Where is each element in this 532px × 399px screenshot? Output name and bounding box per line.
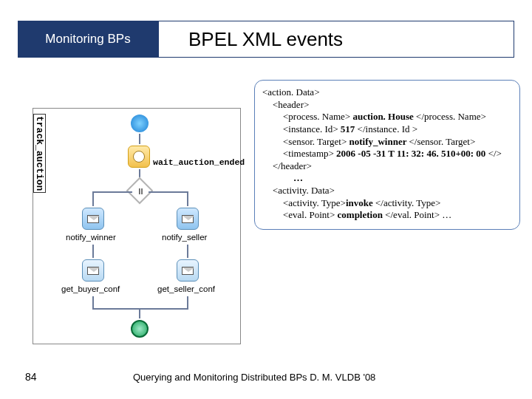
get-seller-conf-label: get_seller_conf (157, 284, 215, 293)
xml-line: <timestamp> 2006 -05 -31 T 11: 32: 46. 5… (262, 148, 512, 160)
xml-line: <process. Name> auction. House </process… (262, 111, 512, 123)
footer-text: Querying and Monitoring Distributed BPs … (133, 372, 375, 383)
notify-winner-label: notify_winner (66, 233, 116, 242)
receive-activity-icon (82, 259, 104, 282)
flow-arrow (92, 245, 94, 258)
envelope-icon (182, 215, 194, 223)
track-auction-label: track_auction (33, 114, 46, 193)
xml-line: <activity. Data> (262, 185, 512, 197)
header-right: BPEL XML events (158, 21, 514, 58)
xml-line: … (262, 172, 512, 185)
xml-line: </header> (262, 160, 512, 173)
envelope-icon (87, 267, 99, 275)
xml-line: <header> (262, 99, 512, 112)
invoke-activity-icon (82, 208, 104, 230)
flow-arrow (187, 296, 188, 308)
invoke-activity-icon (177, 208, 199, 230)
flow-arrow (139, 308, 140, 318)
clock-icon (133, 151, 145, 163)
end-node-icon (131, 320, 149, 338)
get-buyer-conf-label: get_buyer_conf (61, 284, 120, 293)
flow-arrow (92, 191, 132, 193)
wait-label: wait_auction_ended (153, 157, 245, 167)
xml-line: <instance. Id> 517 </instance. Id > (262, 123, 512, 136)
xml-line: <activity. Type>invoke </activity. Type> (262, 197, 512, 210)
wait-activity-icon (128, 146, 150, 168)
parallel-split-icon: II (126, 177, 154, 205)
flow-arrow (139, 134, 140, 144)
flow-arrow (92, 308, 188, 310)
start-node-icon (131, 115, 149, 132)
receive-activity-icon (177, 259, 199, 282)
parallel-symbol: II (131, 183, 150, 200)
page-number: 84 (25, 371, 37, 383)
flow-arrow (187, 245, 188, 258)
envelope-icon (87, 215, 99, 223)
envelope-icon (182, 267, 194, 275)
xml-line: <sensor. Target> notify_winner </sensor.… (262, 136, 512, 149)
xml-event-box: <action. Data> <header> <process. Name> … (254, 80, 520, 230)
notify-seller-label: notify_seller (162, 233, 207, 242)
xml-line: <action. Data> (262, 86, 512, 99)
bpel-diagram: wait_auction_ended II notify_winner noti… (33, 108, 241, 344)
slide-header: Monitoring BPs BPEL XML events (18, 21, 514, 58)
flow-arrow (187, 191, 188, 206)
flow-arrow (92, 296, 94, 308)
flow-arrow (149, 191, 188, 193)
header-left: Monitoring BPs (18, 21, 158, 58)
flow-arrow (92, 191, 94, 206)
xml-line: <eval. Point> completion </eval. Point> … (262, 209, 512, 222)
